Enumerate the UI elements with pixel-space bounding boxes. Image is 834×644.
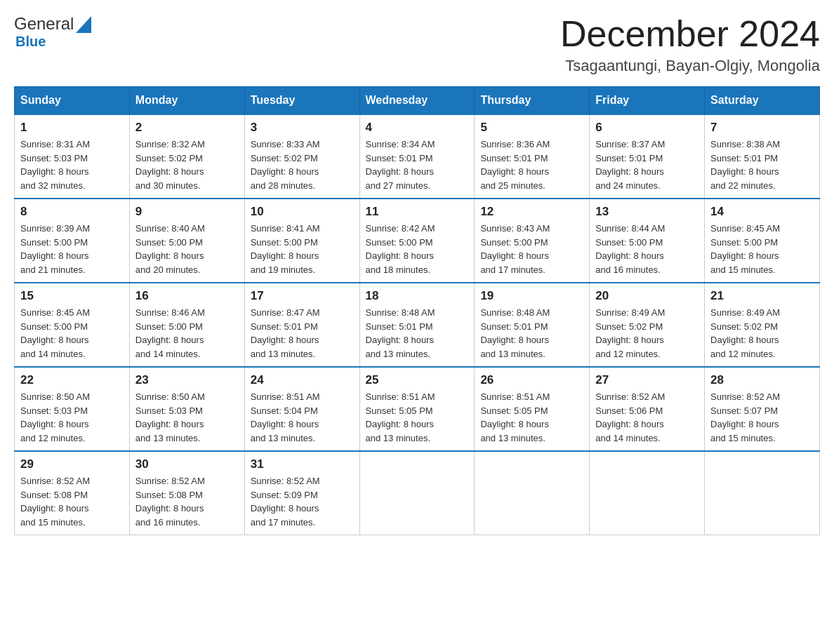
calendar-cell: 25 Sunrise: 8:51 AM Sunset: 5:05 PM Dayl… [359, 367, 475, 451]
calendar-cell: 8 Sunrise: 8:39 AM Sunset: 5:00 PM Dayli… [15, 199, 130, 283]
week-row-2: 8 Sunrise: 8:39 AM Sunset: 5:00 PM Dayli… [15, 199, 820, 283]
day-info: Sunrise: 8:48 AM Sunset: 5:01 PM Dayligh… [480, 306, 583, 361]
day-number: 29 [20, 457, 124, 471]
calendar-cell: 4 Sunrise: 8:34 AM Sunset: 5:01 PM Dayli… [359, 114, 475, 199]
calendar-cell: 9 Sunrise: 8:40 AM Sunset: 5:00 PM Dayli… [129, 199, 244, 283]
day-info: Sunrise: 8:44 AM Sunset: 5:00 PM Dayligh… [595, 222, 699, 276]
calendar-cell: 14 Sunrise: 8:45 AM Sunset: 5:00 PM Dayl… [705, 199, 820, 283]
logo-triangle-icon [76, 13, 91, 33]
day-info: Sunrise: 8:32 AM Sunset: 5:02 PM Dayligh… [135, 137, 239, 192]
calendar-cell: 20 Sunrise: 8:49 AM Sunset: 5:02 PM Dayl… [590, 283, 705, 367]
day-info: Sunrise: 8:52 AM Sunset: 5:07 PM Dayligh… [710, 390, 814, 445]
day-info: Sunrise: 8:39 AM Sunset: 5:00 PM Dayligh… [20, 222, 124, 276]
day-number: 21 [710, 289, 814, 303]
day-number: 26 [480, 373, 583, 387]
day-info: Sunrise: 8:50 AM Sunset: 5:03 PM Dayligh… [135, 390, 239, 445]
calendar-cell: 6 Sunrise: 8:37 AM Sunset: 5:01 PM Dayli… [590, 114, 705, 199]
day-info: Sunrise: 8:46 AM Sunset: 5:00 PM Dayligh… [135, 306, 239, 361]
calendar-cell: 24 Sunrise: 8:51 AM Sunset: 5:04 PM Dayl… [244, 367, 359, 451]
calendar-cell: 15 Sunrise: 8:45 AM Sunset: 5:00 PM Dayl… [15, 283, 130, 367]
col-tuesday: Tuesday [244, 87, 359, 115]
calendar-table: Sunday Monday Tuesday Wednesday Thursday… [14, 86, 820, 535]
week-row-5: 29 Sunrise: 8:52 AM Sunset: 5:08 PM Dayl… [15, 451, 820, 535]
calendar-cell [475, 451, 590, 535]
col-saturday: Saturday [705, 87, 820, 115]
day-info: Sunrise: 8:36 AM Sunset: 5:01 PM Dayligh… [480, 137, 583, 192]
day-number: 9 [135, 205, 239, 219]
day-info: Sunrise: 8:48 AM Sunset: 5:01 PM Dayligh… [366, 306, 469, 361]
day-number: 20 [595, 289, 699, 303]
day-number: 8 [20, 205, 124, 219]
day-number: 28 [710, 373, 814, 387]
calendar-cell: 30 Sunrise: 8:52 AM Sunset: 5:08 PM Dayl… [129, 451, 244, 535]
week-row-1: 1 Sunrise: 8:31 AM Sunset: 5:03 PM Dayli… [15, 114, 820, 199]
day-number: 19 [480, 289, 583, 303]
day-info: Sunrise: 8:52 AM Sunset: 5:09 PM Dayligh… [251, 474, 354, 529]
day-number: 22 [20, 373, 124, 387]
day-number: 14 [710, 205, 814, 219]
calendar-cell: 11 Sunrise: 8:42 AM Sunset: 5:00 PM Dayl… [359, 199, 475, 283]
day-number: 11 [366, 205, 469, 219]
logo-general-text: General [14, 14, 74, 34]
calendar-cell: 23 Sunrise: 8:50 AM Sunset: 5:03 PM Dayl… [129, 367, 244, 451]
day-info: Sunrise: 8:31 AM Sunset: 5:03 PM Dayligh… [20, 137, 124, 192]
calendar-cell [590, 451, 705, 535]
calendar-cell: 13 Sunrise: 8:44 AM Sunset: 5:00 PM Dayl… [590, 199, 705, 283]
day-info: Sunrise: 8:41 AM Sunset: 5:00 PM Dayligh… [251, 222, 354, 276]
calendar-cell: 22 Sunrise: 8:50 AM Sunset: 5:03 PM Dayl… [15, 367, 130, 451]
calendar-cell: 31 Sunrise: 8:52 AM Sunset: 5:09 PM Dayl… [244, 451, 359, 535]
day-number: 3 [251, 121, 354, 135]
calendar-cell: 7 Sunrise: 8:38 AM Sunset: 5:01 PM Dayli… [705, 114, 820, 199]
day-number: 17 [251, 289, 354, 303]
calendar-cell: 12 Sunrise: 8:43 AM Sunset: 5:00 PM Dayl… [475, 199, 590, 283]
day-info: Sunrise: 8:52 AM Sunset: 5:08 PM Dayligh… [20, 474, 124, 529]
day-number: 25 [366, 373, 469, 387]
day-number: 16 [135, 289, 239, 303]
day-info: Sunrise: 8:51 AM Sunset: 5:05 PM Dayligh… [480, 390, 583, 445]
col-thursday: Thursday [475, 87, 590, 115]
day-info: Sunrise: 8:42 AM Sunset: 5:00 PM Dayligh… [366, 222, 469, 276]
day-number: 5 [480, 121, 583, 135]
col-wednesday: Wednesday [359, 87, 475, 115]
calendar-cell: 21 Sunrise: 8:49 AM Sunset: 5:02 PM Dayl… [705, 283, 820, 367]
svg-marker-0 [76, 16, 91, 33]
day-number: 27 [595, 373, 699, 387]
day-info: Sunrise: 8:34 AM Sunset: 5:01 PM Dayligh… [366, 137, 469, 192]
day-number: 6 [595, 121, 699, 135]
main-title: December 2024 [560, 14, 820, 54]
calendar-cell: 10 Sunrise: 8:41 AM Sunset: 5:00 PM Dayl… [244, 199, 359, 283]
day-info: Sunrise: 8:43 AM Sunset: 5:00 PM Dayligh… [480, 222, 583, 276]
day-number: 30 [135, 457, 239, 471]
day-number: 24 [251, 373, 354, 387]
calendar-cell: 26 Sunrise: 8:51 AM Sunset: 5:05 PM Dayl… [475, 367, 590, 451]
calendar-cell: 2 Sunrise: 8:32 AM Sunset: 5:02 PM Dayli… [129, 114, 244, 199]
logo: General Blue [14, 14, 91, 50]
day-number: 31 [251, 457, 354, 471]
calendar-header-row: Sunday Monday Tuesday Wednesday Thursday… [15, 87, 820, 115]
day-info: Sunrise: 8:50 AM Sunset: 5:03 PM Dayligh… [20, 390, 124, 445]
page-header: General Blue December 2024 Tsagaantungi,… [14, 14, 820, 75]
day-info: Sunrise: 8:52 AM Sunset: 5:06 PM Dayligh… [595, 390, 699, 445]
day-info: Sunrise: 8:49 AM Sunset: 5:02 PM Dayligh… [710, 306, 814, 361]
col-sunday: Sunday [15, 87, 130, 115]
day-info: Sunrise: 8:45 AM Sunset: 5:00 PM Dayligh… [20, 306, 124, 361]
calendar-cell: 27 Sunrise: 8:52 AM Sunset: 5:06 PM Dayl… [590, 367, 705, 451]
day-number: 10 [251, 205, 354, 219]
day-number: 15 [20, 289, 124, 303]
calendar-cell: 28 Sunrise: 8:52 AM Sunset: 5:07 PM Dayl… [705, 367, 820, 451]
col-monday: Monday [129, 87, 244, 115]
day-info: Sunrise: 8:45 AM Sunset: 5:00 PM Dayligh… [710, 222, 814, 276]
calendar-cell [705, 451, 820, 535]
logo-blue-text: Blue [15, 34, 46, 49]
day-info: Sunrise: 8:37 AM Sunset: 5:01 PM Dayligh… [595, 137, 699, 192]
title-section: December 2024 Tsagaantungi, Bayan-Olgiy,… [560, 14, 820, 75]
day-number: 1 [20, 121, 124, 135]
day-number: 23 [135, 373, 239, 387]
day-info: Sunrise: 8:47 AM Sunset: 5:01 PM Dayligh… [251, 306, 354, 361]
day-info: Sunrise: 8:51 AM Sunset: 5:05 PM Dayligh… [366, 390, 469, 445]
day-info: Sunrise: 8:51 AM Sunset: 5:04 PM Dayligh… [251, 390, 354, 445]
day-info: Sunrise: 8:40 AM Sunset: 5:00 PM Dayligh… [135, 222, 239, 276]
day-info: Sunrise: 8:33 AM Sunset: 5:02 PM Dayligh… [251, 137, 354, 192]
calendar-cell: 19 Sunrise: 8:48 AM Sunset: 5:01 PM Dayl… [475, 283, 590, 367]
calendar-cell [359, 451, 475, 535]
